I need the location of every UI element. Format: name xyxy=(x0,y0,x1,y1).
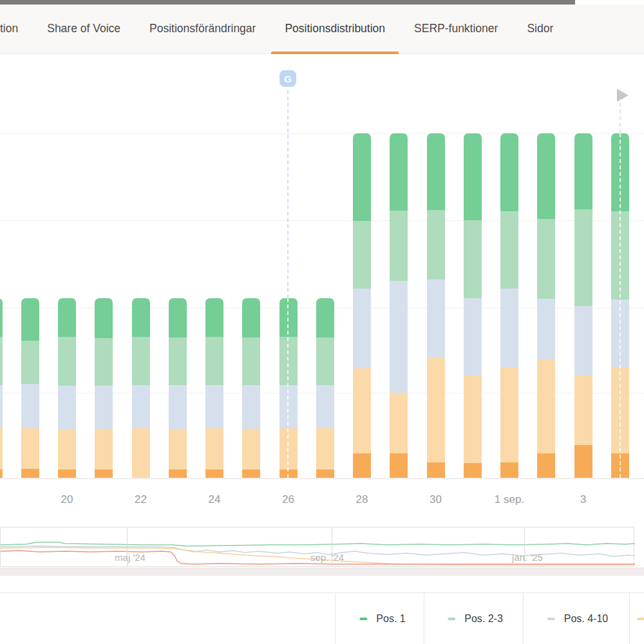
segment-pos-4-10 xyxy=(390,281,408,393)
segment-pos-21-100 xyxy=(21,469,39,478)
stacked-bar-2-sep[interactable] xyxy=(537,133,555,478)
note-flag-dashed-line-in-bar xyxy=(620,133,621,478)
chart-legend: Pos. 1Pos. 2-3Pos. 4-10Pos. 11-20 xyxy=(0,592,644,644)
legend-divider xyxy=(629,593,630,644)
segment-pos-4-10 xyxy=(0,385,3,428)
tab-positionsf-r-ndringar[interactable]: Positionsförändringar xyxy=(149,5,256,54)
legend-item-pos-11-20[interactable]: Pos. 11-20 xyxy=(637,593,644,644)
segment-pos-4-10 xyxy=(464,298,482,375)
segment-pos-11-20 xyxy=(427,358,445,462)
x-tick-30: 30 xyxy=(430,493,442,506)
segment-pos-1 xyxy=(21,298,39,341)
timeline-scrollbar[interactable] xyxy=(0,567,644,576)
stacked-bar-18-aug[interactable] xyxy=(0,298,3,478)
segment-pos-21-100 xyxy=(242,469,260,478)
segment-pos-21-100 xyxy=(574,445,592,478)
segment-pos-11-20 xyxy=(353,368,371,453)
legend-item-pos-1[interactable]: Pos. 1 xyxy=(359,593,405,644)
segment-pos-1 xyxy=(132,298,150,337)
segment-pos-21-100 xyxy=(95,469,113,478)
segment-pos-4-10 xyxy=(132,385,150,428)
segment-pos-21-100 xyxy=(537,453,555,478)
legend-item-label: Pos. 2-3 xyxy=(464,613,503,625)
stacked-bar-20-aug[interactable] xyxy=(58,298,76,478)
overview-label-jan-25: jan. '25 xyxy=(512,552,543,563)
segment-pos-21-100 xyxy=(390,453,408,478)
stacked-bar-30-aug[interactable] xyxy=(427,133,445,478)
legend-item-label: Pos. 1 xyxy=(376,613,405,625)
segment-pos-21-100 xyxy=(316,469,334,478)
stacked-bar-21-aug[interactable] xyxy=(95,298,113,478)
segment-pos-2-3 xyxy=(132,337,150,385)
tab-serp-funktioner[interactable]: SERP-funktioner xyxy=(414,5,498,54)
segment-pos-4-10 xyxy=(58,386,76,430)
stacked-bar-28-aug[interactable] xyxy=(353,133,371,478)
segment-pos-2-3 xyxy=(500,211,518,289)
x-tick-20: 20 xyxy=(61,493,73,506)
stacked-bar-31-aug[interactable] xyxy=(464,133,482,478)
segment-pos-21-100 xyxy=(205,469,223,478)
segment-pos-11-20 xyxy=(464,375,482,463)
active-tab-underline xyxy=(271,52,399,54)
segment-pos-11-20 xyxy=(500,367,518,462)
segment-pos-21-100 xyxy=(169,469,187,478)
segment-pos-1 xyxy=(316,298,334,337)
segment-pos-1 xyxy=(95,298,113,338)
segment-pos-4-10 xyxy=(500,289,518,367)
segment-pos-11-20 xyxy=(0,428,3,469)
segment-pos-1 xyxy=(242,298,260,337)
position-distribution-chart: 2022242628301 sep.3G xyxy=(0,54,644,515)
segment-pos-4-10 xyxy=(353,289,371,368)
stacked-bar-25-aug[interactable] xyxy=(242,298,260,478)
tab-share-of-voice[interactable]: Share of Voice xyxy=(47,5,120,54)
segment-pos-2-3 xyxy=(205,337,223,385)
stacked-bar-3-sep[interactable] xyxy=(574,133,592,478)
x-axis-line xyxy=(0,478,644,479)
stacked-bar-27-aug[interactable] xyxy=(316,298,334,478)
stacked-bar-24-aug[interactable] xyxy=(205,298,223,478)
segment-pos-11-20 xyxy=(58,430,76,469)
segment-pos-1 xyxy=(353,133,371,221)
segment-pos-1 xyxy=(390,133,408,211)
segment-pos-11-20 xyxy=(316,428,334,469)
stacked-bar-19-aug[interactable] xyxy=(21,298,39,478)
segment-pos-11-20 xyxy=(95,429,113,469)
segment-pos-1 xyxy=(537,133,555,219)
segment-pos-11-20 xyxy=(574,375,592,445)
segment-pos-21-100 xyxy=(500,462,518,478)
segment-pos-1 xyxy=(427,133,445,210)
segment-pos-2-3 xyxy=(169,337,187,385)
x-tick-1-sep: 1 sep. xyxy=(495,493,524,506)
x-tick-24: 24 xyxy=(209,493,221,506)
stacked-bar-23-aug[interactable] xyxy=(169,298,187,478)
stacked-bar-1-sep[interactable] xyxy=(500,133,518,478)
legend-divider xyxy=(523,593,524,644)
stacked-bar-29-aug[interactable] xyxy=(390,133,408,478)
segment-pos-11-20 xyxy=(537,359,555,453)
tab-positionsdistribution[interactable]: Positionsdistribution xyxy=(285,5,385,54)
segment-pos-21-100 xyxy=(427,462,445,478)
legend-item-pos-4-10[interactable]: Pos. 4-10 xyxy=(547,593,608,644)
segment-pos-1 xyxy=(574,133,592,209)
legend-item-label: Pos. 4-10 xyxy=(564,613,608,625)
timeline-range-selector[interactable]: maj '24sep. '24jan. '25 xyxy=(0,527,634,567)
segment-pos-1 xyxy=(205,298,223,337)
segment-pos-21-100 xyxy=(464,463,482,478)
legend-dash-icon xyxy=(448,618,455,620)
segment-pos-4-10 xyxy=(242,385,260,429)
segment-pos-11-20 xyxy=(21,428,39,469)
segment-pos-11-20 xyxy=(205,428,223,469)
segment-pos-4-10 xyxy=(537,299,555,359)
report-tabs: tionShare of VoicePositionsförändringarP… xyxy=(0,5,644,54)
segment-pos-2-3 xyxy=(21,341,39,384)
segment-pos-2-3 xyxy=(537,219,555,299)
tab-tion[interactable]: tion xyxy=(0,5,18,54)
legend-item-pos-2-3[interactable]: Pos. 2-3 xyxy=(448,593,503,644)
note-flag-icon[interactable] xyxy=(617,89,629,102)
segment-pos-2-3 xyxy=(390,211,408,281)
tab-sidor[interactable]: Sidor xyxy=(527,5,553,54)
x-tick-3: 3 xyxy=(580,493,586,506)
google-update-icon[interactable]: G xyxy=(279,70,296,87)
stacked-bar-22-aug[interactable] xyxy=(132,298,150,478)
segment-pos-11-20 xyxy=(132,428,150,478)
